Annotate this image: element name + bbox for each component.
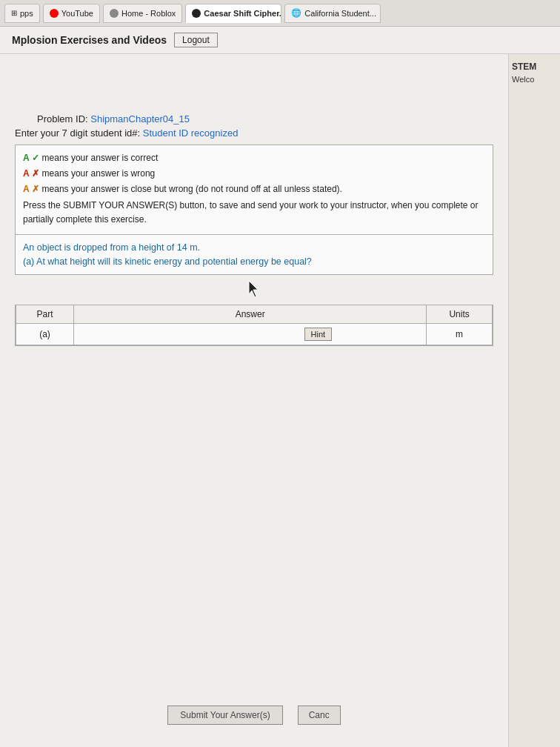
right-panel-subtitle: Welco: [512, 75, 557, 84]
info-wrong-text: means your answer is wrong: [42, 167, 156, 181]
student-id-label: Enter your 7 digit student id#:: [15, 127, 140, 139]
col-units: Units: [427, 305, 493, 324]
row-units: m: [427, 324, 493, 345]
problem-id-value[interactable]: ShipmanChapter04_15: [90, 113, 190, 124]
cursor-icon: [247, 281, 261, 299]
table-row: (a) Hint m: [16, 324, 493, 345]
left-panel: Problem ID: ShipmanChapter04_15 Enter yo…: [0, 54, 508, 747]
info-row-wrong: A ✗ means your answer is wrong: [23, 167, 485, 181]
page-content: Mplosion Exercises and Videos Logout Pro…: [0, 27, 560, 747]
row-answer-cell: Hint: [74, 324, 427, 345]
x-orange-icon: A ✗: [23, 182, 39, 196]
student-id-line: Enter your 7 digit student id#: Student …: [15, 127, 493, 139]
right-panel-title: STEM: [512, 62, 557, 72]
page-title: Mplosion Exercises and Videos: [12, 34, 167, 46]
tab-apps[interactable]: ⊞ pps: [4, 4, 40, 23]
cancel-button[interactable]: Canc: [298, 706, 341, 725]
tab-youtube[interactable]: YouTube: [43, 4, 100, 23]
right-panel: STEM Welco: [508, 54, 560, 747]
info-submit-note-text: Press the SUBMIT YOUR ANSWER(S) button, …: [23, 199, 485, 227]
col-answer: Answer: [74, 305, 427, 324]
hint-button[interactable]: Hint: [304, 328, 333, 341]
info-row-correct: A ✓ means your answer is correct: [23, 151, 485, 165]
california-icon: 🌐: [291, 8, 301, 18]
logout-button[interactable]: Logout: [174, 33, 218, 47]
answer-input[interactable]: [168, 329, 301, 339]
tab-california[interactable]: 🌐 California Student...: [284, 4, 381, 23]
question-line1: An object is dropped from a height of 14…: [23, 241, 485, 255]
problem-area: Problem ID: ShipmanChapter04_15 Enter yo…: [15, 113, 493, 346]
home-icon: [110, 9, 119, 18]
svg-marker-0: [249, 281, 258, 297]
info-correct-text: means your answer is correct: [42, 151, 159, 165]
x-red-icon: A ✗: [23, 167, 39, 181]
youtube-icon: [50, 9, 59, 18]
tab-home-roblox[interactable]: Home - Roblox: [103, 4, 182, 23]
question-box: An object is dropped from a height of 14…: [15, 235, 493, 276]
submit-area: Submit Your Answer(s) Canc: [15, 691, 493, 732]
answer-table-wrapper: Part Answer Units (a) Hint: [15, 305, 493, 346]
question-line2: (a) At what height will its kinetic ener…: [23, 255, 485, 269]
header-bar: Mplosion Exercises and Videos Logout: [0, 27, 560, 54]
apps-icon: ⊞: [11, 9, 17, 17]
tab-caesar[interactable]: Caesar Shift Cipher...: [185, 4, 281, 23]
main-layout: Problem ID: ShipmanChapter04_15 Enter yo…: [0, 54, 560, 747]
caesar-icon: [192, 9, 201, 18]
answer-table: Part Answer Units (a) Hint: [16, 305, 493, 345]
row-part: (a): [16, 324, 74, 345]
table-header-row: Part Answer Units: [16, 305, 493, 324]
info-box: A ✓ means your answer is correct A ✗ mea…: [15, 145, 493, 235]
col-part: Part: [16, 305, 74, 324]
browser-tab-bar: ⊞ pps YouTube Home - Roblox Caesar Shift…: [0, 0, 560, 27]
student-id-status: Student ID recognized: [143, 127, 239, 139]
info-row-close: A ✗ means your answer is close but wrong…: [23, 182, 485, 196]
info-close-text: means your answer is close but wrong (do…: [42, 182, 342, 196]
cursor-area: [15, 275, 493, 305]
submit-button[interactable]: Submit Your Answer(s): [167, 706, 282, 725]
problem-id-line: Problem ID: ShipmanChapter04_15: [15, 113, 493, 124]
problem-id-label: Problem ID:: [37, 113, 88, 124]
info-row-submit-note: Press the SUBMIT YOUR ANSWER(S) button, …: [23, 199, 485, 227]
check-icon: A ✓: [23, 151, 39, 165]
